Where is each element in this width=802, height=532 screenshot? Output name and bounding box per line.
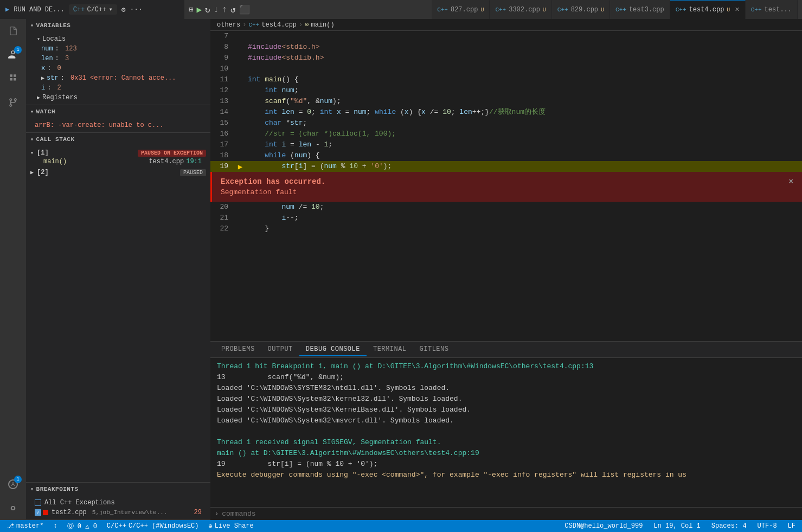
debug-arrow-icon: ▶ xyxy=(238,162,242,171)
callstack-header[interactable]: ▾ CALL STACK xyxy=(26,133,210,146)
cpp-icon: C++ xyxy=(751,7,762,13)
var-str[interactable]: ▶ str : 0x31 <error: Cannot acce... xyxy=(26,73,210,83)
debug-badge: 1 xyxy=(14,46,22,54)
debug-console-input[interactable] xyxy=(222,510,798,518)
sync-status[interactable]: ↕ xyxy=(51,522,59,530)
close-tab-icon[interactable]: × xyxy=(735,5,739,14)
step-out-icon[interactable]: ↑ xyxy=(222,5,227,15)
code-line-8: 8 #include<stdio.h> xyxy=(210,42,802,53)
cursor-position[interactable]: Ln 19, Col 1 xyxy=(651,522,702,530)
var-i[interactable]: i : 2 xyxy=(26,83,210,93)
tab-output[interactable]: OUTPUT xyxy=(261,343,299,356)
cpp-icon: C++ xyxy=(495,7,506,13)
settings-icon[interactable]: ⚙ xyxy=(121,5,126,14)
stop-icon[interactable]: ⬛ xyxy=(239,4,250,15)
encoding-label: UTF-8 xyxy=(758,522,777,530)
breakpoints-header[interactable]: ▾ BREAKPOINTS xyxy=(26,483,210,496)
bp-checkbox-empty[interactable] xyxy=(35,499,41,506)
tab-list: C++ 827.cpp U C++ 3302.cpp U C++ 829.cpp… xyxy=(432,0,798,19)
variables-header[interactable]: ▾ VARIABLES xyxy=(26,19,210,32)
thread-2: ▶ [2] PAUSED xyxy=(26,168,210,177)
console-line-1: Thread 1 hit Breakpoint 1, main () at D:… xyxy=(217,361,795,372)
tab-gitlens[interactable]: GITLENS xyxy=(413,343,455,356)
locals-item[interactable]: ▾ Locals xyxy=(26,34,210,44)
account-icon[interactable]: A 1 xyxy=(5,477,21,492)
tab-test4[interactable]: C++ test4.cpp U × xyxy=(670,0,746,19)
breakpoints-title: BREAKPOINTS xyxy=(36,486,79,492)
callstack-content: ▾ [1] PAUSED ON EXCEPTION main() test4.c… xyxy=(26,146,210,180)
git-label: master* xyxy=(16,522,43,530)
paused-badge: PAUSED xyxy=(180,169,206,176)
more-icon[interactable]: ··· xyxy=(130,5,143,14)
line-ending-setting[interactable]: LF xyxy=(786,522,798,530)
spaces-setting[interactable]: Spaces: 4 xyxy=(709,522,749,530)
exception-popup: Exception has occurred. × Segmentation f… xyxy=(210,172,802,202)
thread-1-header[interactable]: ▾ [1] PAUSED ON EXCEPTION xyxy=(30,149,206,157)
top-bar: ▶ RUN AND DE... C++ C/C++ ▾ ⚙ ··· ⊞ ▶ ↻ … xyxy=(0,0,802,19)
watch-header[interactable]: ▾ WATCH xyxy=(26,105,210,118)
live-share[interactable]: ⊕ Live Share xyxy=(207,522,256,530)
bottom-panel: PROBLEMS OUTPUT DEBUG CONSOLE TERMINAL G… xyxy=(210,341,802,520)
tab-827[interactable]: C++ 827.cpp U xyxy=(432,0,490,19)
bc-others[interactable]: others xyxy=(217,21,240,29)
code-editor[interactable]: 7 8 #include<stdio.h> 9 #include<stdlib.… xyxy=(210,31,802,341)
bp-checkbox[interactable]: ✓ xyxy=(35,509,41,516)
continue-icon[interactable]: ▶ xyxy=(196,4,202,15)
tab-debug-console[interactable]: DEBUG CONSOLE xyxy=(299,343,367,356)
step-over-icon[interactable]: ↻ xyxy=(205,4,210,15)
notifications[interactable]: ⓪ 0 △ 0 xyxy=(65,522,99,531)
registers-item[interactable]: ▶ Registers xyxy=(26,93,210,102)
source-control-icon[interactable] xyxy=(5,95,21,110)
bc-main[interactable]: main() xyxy=(311,21,334,29)
console-line-3: Loaded 'C:\WINDOWS\SYSTEM32\ntdll.dll'. … xyxy=(217,383,795,394)
position-label: Ln 19, Col 1 xyxy=(653,522,700,530)
code-line-18: 18 while (num) { xyxy=(210,150,802,161)
debug-icon[interactable]: 1 xyxy=(5,47,21,62)
code-line-12: 12 int num; xyxy=(210,85,802,96)
encoding-setting[interactable]: UTF-8 xyxy=(755,522,779,530)
frame-file-label: test4.cpp xyxy=(149,158,184,165)
watch-item-arrb[interactable]: arrB: -var-create: unable to c... xyxy=(26,120,210,130)
locals-label: Locals xyxy=(42,35,66,43)
tab-test3[interactable]: C++ test3.cpp xyxy=(610,0,670,19)
spaces-label: Spaces: 4 xyxy=(711,522,747,530)
exception-message: Segmentation fault xyxy=(221,188,793,196)
var-num[interactable]: num : 123 xyxy=(26,44,210,54)
share-icon: ⊕ xyxy=(209,522,213,530)
cpp-icon: C++ xyxy=(615,7,626,13)
bc-test4[interactable]: test4.cpp xyxy=(261,21,297,29)
main-content: 1 A 1 ▾ VARIABLES ▾ xyxy=(0,19,802,520)
step-into-icon[interactable]: ↓ xyxy=(214,5,219,15)
frame-main[interactable]: main() test4.cpp 19:1 xyxy=(30,157,206,166)
close-exception-icon[interactable]: × xyxy=(789,177,793,186)
activity-bottom: A 1 xyxy=(5,477,21,520)
tab-3302[interactable]: C++ 3302.cpp U xyxy=(490,0,551,19)
tab-829[interactable]: C++ 829.cpp U xyxy=(552,0,610,19)
tab-terminal[interactable]: TERMINAL xyxy=(367,343,413,356)
code-line-13: 13 scanf("%d", &num); xyxy=(210,96,802,107)
console-line-blank xyxy=(217,426,795,437)
var-x[interactable]: x : 0 xyxy=(26,63,210,73)
csdn-label[interactable]: CSDN@hello_world_999 xyxy=(562,522,645,530)
restart-icon[interactable]: ↺ xyxy=(230,4,236,15)
extensions-icon[interactable] xyxy=(5,71,21,86)
thread-2-header[interactable]: ▶ [2] PAUSED xyxy=(30,169,206,176)
chevron-right-icon: ▶ xyxy=(37,94,40,101)
code-line-9: 9 #include<stdlib.h> xyxy=(210,53,802,63)
git-branch[interactable]: ⎇ master* xyxy=(4,522,46,530)
left-panel: ▾ VARIABLES ▾ Locals num : 123 len : 3 xyxy=(26,19,210,520)
tab-problems[interactable]: PROBLEMS xyxy=(215,343,261,356)
breakpoints-section: ▾ BREAKPOINTS All C++ Exceptions ✓ test2… xyxy=(26,483,210,520)
language-selector[interactable]: C++ C/C++ ▾ xyxy=(69,4,117,15)
settings-icon[interactable] xyxy=(5,501,21,516)
explorer-icon[interactable] xyxy=(5,23,21,39)
tab-test-other[interactable]: C++ test... xyxy=(746,0,798,19)
console-line-4: Loaded 'C:\WINDOWS\System32\kernel32.dll… xyxy=(217,394,795,405)
language-status[interactable]: C/C++ C/C++ (#WindowsEC) xyxy=(105,522,201,530)
cpp-icon: C++ xyxy=(437,7,448,13)
var-len[interactable]: len : 3 xyxy=(26,54,210,63)
bp-all-cpp[interactable]: All C++ Exceptions xyxy=(26,498,210,508)
run-debug-icon: ▶ xyxy=(5,5,9,14)
bp-test2[interactable]: ✓ test2.cpp 5,job_Interview\te... 29 xyxy=(26,508,210,517)
code-line-20: 20 num /= 10; xyxy=(210,202,802,213)
